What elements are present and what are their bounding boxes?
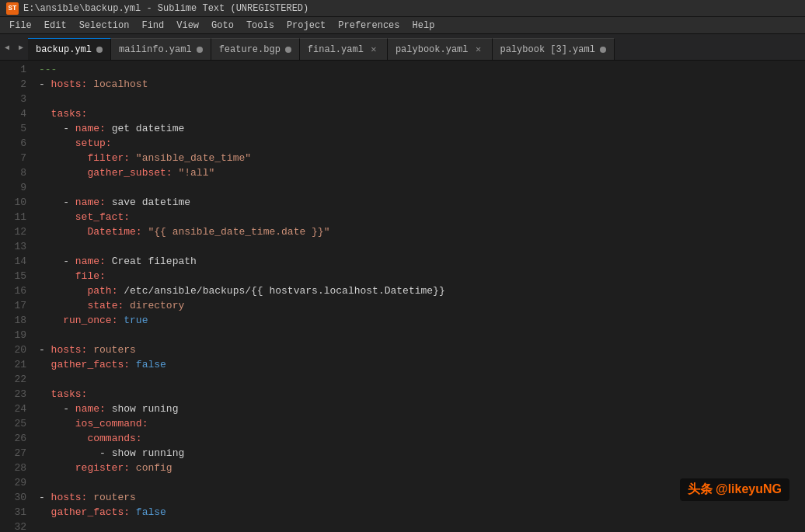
line-number: 17: [0, 298, 26, 313]
tab-0[interactable]: backup.yml: [28, 38, 111, 60]
tab-label: palybook [3].yaml: [500, 44, 595, 55]
menu-item-goto[interactable]: Goto: [205, 17, 240, 34]
line-number: 23: [0, 387, 26, 402]
line-number: 5: [0, 121, 26, 136]
code-area[interactable]: ---- hosts: localhost tasks: - name: get…: [33, 61, 805, 532]
code-line: setup:: [39, 136, 805, 151]
menu-item-tools[interactable]: Tools: [240, 17, 281, 34]
editor: 1234567891011121314151617181920212223242…: [0, 61, 805, 532]
app-icon: ST: [6, 2, 19, 15]
tab-2[interactable]: feature.bgp: [211, 38, 300, 60]
code-line: Datetime: "{{ ansible_date_time.date }}": [39, 224, 805, 239]
code-line: - name: save datetime: [39, 195, 805, 210]
line-number: 6: [0, 136, 26, 151]
tab-5[interactable]: palybook [3].yaml: [493, 38, 615, 60]
menu-item-selection[interactable]: Selection: [73, 17, 136, 34]
line-number: 28: [0, 461, 26, 475]
line-number: 30: [0, 490, 26, 505]
tab-1[interactable]: mailinfo.yaml: [111, 38, 211, 60]
menu-item-preferences[interactable]: Preferences: [332, 17, 406, 34]
line-number: 1: [0, 62, 26, 77]
code-line: - hosts: routers: [39, 342, 805, 357]
menu-item-view[interactable]: View: [170, 17, 205, 34]
line-number: 9: [0, 180, 26, 195]
code-line: - show running: [39, 446, 805, 461]
titlebar-text: E:\ansible\backup.yml - Sublime Text (UN…: [23, 3, 308, 14]
tab-modified-dot: [285, 47, 291, 53]
tab-close-button[interactable]: ✕: [473, 44, 484, 55]
tab-modified-dot: [96, 47, 103, 53]
code-line: filter: "ansible_date_time": [39, 151, 805, 165]
code-line: [39, 328, 805, 342]
line-numbers: 1234567891011121314151617181920212223242…: [0, 61, 33, 532]
code-line: commands:: [39, 431, 805, 446]
line-number: 7: [0, 151, 26, 165]
line-number: 13: [0, 239, 26, 254]
tab-label: mailinfo.yaml: [119, 44, 192, 55]
tab-close-button[interactable]: ✕: [368, 44, 379, 55]
line-number: 27: [0, 446, 26, 461]
tab-modified-dot: [197, 47, 203, 53]
tab-label: backup.yml: [36, 44, 92, 55]
menubar: FileEditSelectionFindViewGotoToolsProjec…: [0, 17, 805, 34]
tab-label: palybook.yaml: [396, 44, 469, 55]
menu-item-project[interactable]: Project: [281, 17, 332, 34]
line-number: 22: [0, 372, 26, 387]
code-line: path: /etc/ansible/backups/{{ hostvars.l…: [39, 283, 805, 298]
code-line: tasks:: [39, 106, 805, 121]
line-number: 11: [0, 210, 26, 224]
line-number: 21: [0, 357, 26, 372]
line-number: 20: [0, 342, 26, 357]
line-number: 25: [0, 416, 26, 431]
tab-nav-right[interactable]: ▶: [14, 34, 28, 61]
code-line: [39, 239, 805, 254]
line-number: 10: [0, 195, 26, 210]
code-line: gather_facts: false: [39, 357, 805, 372]
titlebar: ST E:\ansible\backup.yml - Sublime Text …: [0, 0, 805, 17]
line-number: 31: [0, 505, 26, 520]
code-line: [39, 372, 805, 387]
line-number: 26: [0, 431, 26, 446]
code-line: - name: show runing: [39, 402, 805, 416]
code-line: set_fact:: [39, 210, 805, 224]
line-number: 32: [0, 520, 26, 532]
code-line: [39, 180, 805, 195]
line-number: 18: [0, 313, 26, 328]
code-line: gather_facts: false: [39, 505, 805, 520]
menu-item-file[interactable]: File: [3, 17, 38, 34]
tabbar: backup.ymlmailinfo.yamlfeature.bgpfinal.…: [0, 34, 805, 61]
tab-nav-left[interactable]: ◀: [0, 34, 14, 61]
line-number: 3: [0, 92, 26, 106]
code-line: gather_subset: "!all": [39, 165, 805, 180]
code-line: ios_command:: [39, 416, 805, 431]
code-line: run_once: true: [39, 313, 805, 328]
code-line: [39, 520, 805, 532]
code-line: - hosts: localhost: [39, 77, 805, 92]
line-number: 15: [0, 269, 26, 283]
menu-item-edit[interactable]: Edit: [38, 17, 73, 34]
line-number: 8: [0, 165, 26, 180]
code-line: - name: Creat filepath: [39, 254, 805, 269]
code-line: - name: get datetime: [39, 121, 805, 136]
menu-item-help[interactable]: Help: [406, 17, 441, 34]
menu-item-find[interactable]: Find: [135, 17, 170, 34]
line-number: 29: [0, 475, 26, 490]
line-number: 16: [0, 283, 26, 298]
code-line: [39, 92, 805, 106]
tab-4[interactable]: palybook.yaml✕: [388, 38, 493, 60]
line-number: 12: [0, 224, 26, 239]
code-line: file:: [39, 269, 805, 283]
tab-3[interactable]: final.yaml✕: [300, 38, 388, 60]
code-line: ---: [39, 62, 805, 77]
line-number: 19: [0, 328, 26, 342]
tab-label: feature.bgp: [219, 44, 281, 55]
line-number: 24: [0, 402, 26, 416]
tab-label: final.yaml: [308, 44, 364, 55]
code-line: state: directory: [39, 298, 805, 313]
tab-modified-dot: [600, 47, 606, 53]
code-line: register: config: [39, 461, 805, 475]
line-number: 4: [0, 106, 26, 121]
watermark: 头条 @likeyuNG: [680, 478, 789, 501]
line-number: 14: [0, 254, 26, 269]
line-number: 2: [0, 77, 26, 92]
